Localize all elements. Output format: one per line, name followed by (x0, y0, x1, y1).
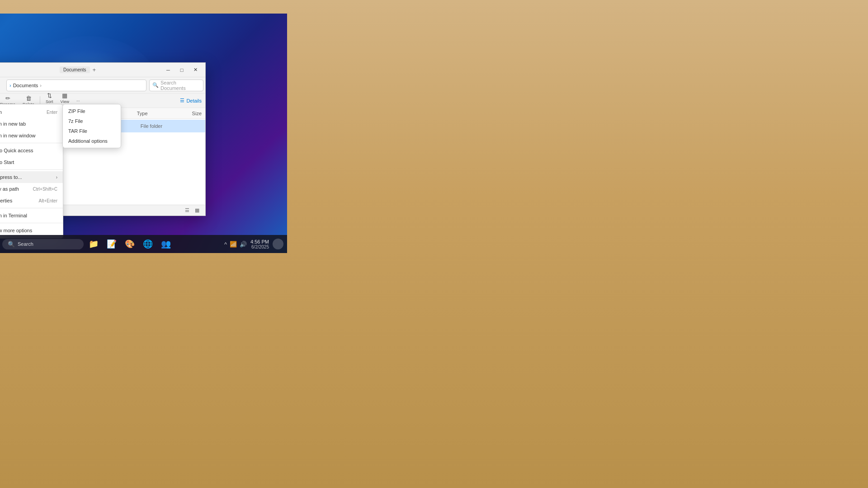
col-size-header: Size (173, 111, 202, 116)
ctx-open-label: Open (0, 109, 43, 115)
sub-7z[interactable]: 7z File (63, 116, 121, 126)
sub-menu-compress: ZIP File 7z File TAR File Additional opt… (62, 104, 121, 148)
taskbar-teams-btn[interactable]: 👥 (158, 236, 174, 252)
ctx-copy-path-label: Copy as path (0, 186, 29, 192)
ctx-sep-3 (0, 208, 63, 208)
system-tray[interactable]: ^ 📶 🔊 (224, 241, 247, 248)
ctx-open-new-window[interactable]: 🪟 Open in new window (0, 130, 63, 141)
taskbar-search[interactable]: 🔍 Search (2, 239, 84, 249)
search-placeholder: Search Documents (160, 80, 200, 91)
ctx-open-terminal[interactable]: 💻 Open in Terminal (0, 210, 63, 221)
sub-7z-label: 7z File (68, 118, 83, 124)
context-menu: 📂 Open Enter 📑 Open in new tab 🪟 Open in… (0, 104, 63, 239)
ctx-sep-4 (0, 223, 63, 223)
network-tray-icon: 📶 (230, 241, 237, 248)
details-toggle[interactable]: ☰ Details (180, 98, 202, 103)
taskbar-clock[interactable]: 4:56 PM 6/2/2025 (250, 239, 269, 249)
taskbar-edge-btn[interactable]: 🌐 (140, 236, 156, 252)
nav-bar: ← → ↑ ↻ □ › Documents › 🔍 Search Documen… (0, 77, 205, 94)
tray-up-arrow-icon: ^ (224, 241, 227, 248)
notification-btn[interactable] (273, 239, 283, 249)
details-icon: ☰ (180, 98, 184, 103)
view-icon: ▦ (62, 92, 67, 99)
title-bar-controls: ─ □ ✕ (162, 65, 202, 75)
ctx-open-shortcut: Enter (47, 110, 57, 115)
address-end-chevron: › (40, 83, 42, 88)
breadcrumb-toggle[interactable]: □ (0, 80, 4, 91)
col-type-header: Type (137, 111, 173, 116)
ctx-sep-1 (0, 143, 63, 143)
ctx-pin-quick[interactable]: 📌 Pin to Quick access (0, 145, 63, 156)
sub-tar[interactable]: TAR File (63, 126, 121, 136)
ctx-pin-start-label: Pin to Start (0, 160, 57, 165)
taskbar-text-editor-btn[interactable]: 📝 (104, 236, 120, 252)
ctx-compress-arrow-icon: › (56, 175, 57, 180)
ctx-open-new-tab[interactable]: 📑 Open in new tab (0, 118, 63, 130)
list-view-btn[interactable]: ☰ (183, 206, 192, 215)
ctx-sep-2 (0, 169, 63, 170)
view-toggle: ☰ ▦ (183, 206, 202, 215)
taskbar-search-text: Search (18, 241, 33, 247)
sort-label: Sort (46, 99, 53, 104)
sort-icon: ⇅ (47, 92, 52, 99)
title-bar: 📁 Documents Documents + ─ □ ✕ (0, 63, 205, 77)
sub-zip-label: ZIP File (68, 108, 85, 114)
win11-desktop: 🗑️ Recycle Bin 📁 Water Files 🌐 Microsoft… (0, 14, 287, 253)
ctx-properties-shortcut: Alt+Enter (39, 198, 57, 203)
ctx-copy-path-shortcut: Ctrl+Shift+C (33, 187, 57, 192)
minimize-btn[interactable]: ─ (162, 65, 175, 75)
taskbar-paint-btn[interactable]: 🎨 (122, 236, 138, 252)
ctx-pin-quick-label: Pin to Quick access (0, 148, 57, 153)
taskbar-center: 🔍 Search 📁 📝 🎨 🌐 👥 (2, 236, 174, 252)
address-chevron-icon: › (9, 83, 11, 88)
delete-icon: 🗑 (26, 95, 32, 102)
sub-tar-label: TAR File (68, 128, 87, 134)
search-box[interactable]: 🔍 Search Documents (149, 80, 203, 91)
ctx-open-tab-label: Open in new tab (0, 121, 57, 127)
close-btn[interactable]: ✕ (189, 65, 202, 75)
view-label: View (61, 99, 69, 104)
ctx-open-window-label: Open in new window (0, 133, 57, 138)
ctx-terminal-label: Open in Terminal (0, 213, 57, 218)
ctx-copy-path[interactable]: 📋 Copy as path Ctrl+Shift+C (0, 183, 63, 195)
ctx-properties-label: Properties (0, 198, 35, 203)
ctx-pin-start[interactable]: 📍 Pin to Start (0, 156, 63, 168)
grid-view-btn[interactable]: ▦ (193, 206, 202, 215)
rename-icon: ✏ (5, 95, 10, 102)
window-title: Documents (0, 67, 58, 73)
new-tab-btn[interactable]: + (93, 66, 96, 73)
clock-time: 4:56 PM (250, 239, 269, 244)
file-type-screenshot: File folder (141, 123, 175, 129)
tab-documents[interactable]: Documents (60, 66, 90, 73)
taskbar-right: ^ 📶 🔊 4:56 PM 6/2/2025 (224, 239, 283, 249)
more-btn[interactable]: ··· (74, 98, 83, 104)
volume-tray-icon: 🔊 (240, 241, 247, 248)
details-label: Details (186, 98, 202, 103)
ctx-compress-label: Compress to... (0, 174, 52, 180)
sub-additional[interactable]: Additional options (63, 136, 121, 146)
more-label: ··· (76, 99, 80, 103)
sub-additional-label: Additional options (68, 138, 108, 144)
ctx-properties[interactable]: ℹ Properties Alt+Enter (0, 195, 63, 206)
taskbar: ⊞ 🔍 Search 📁 📝 🎨 🌐 👥 ^ 📶 🔊 4:56 PM 6/2/2… (0, 235, 287, 253)
search-icon: 🔍 (152, 82, 159, 88)
ctx-open[interactable]: 📂 Open Enter (0, 106, 63, 118)
address-bar[interactable]: › Documents › (6, 80, 146, 91)
ctx-compress[interactable]: 📦 Compress to... › (0, 171, 63, 183)
maximize-btn[interactable]: □ (175, 65, 188, 75)
taskbar-search-icon: 🔍 (8, 241, 15, 248)
taskbar-file-explorer-btn[interactable]: 📁 (85, 236, 102, 252)
ctx-show-more-label: Show more options (0, 228, 57, 233)
sub-zip[interactable]: ZIP File (63, 106, 121, 116)
address-path: Documents (13, 83, 38, 88)
clock-date: 6/2/2025 (251, 244, 269, 249)
